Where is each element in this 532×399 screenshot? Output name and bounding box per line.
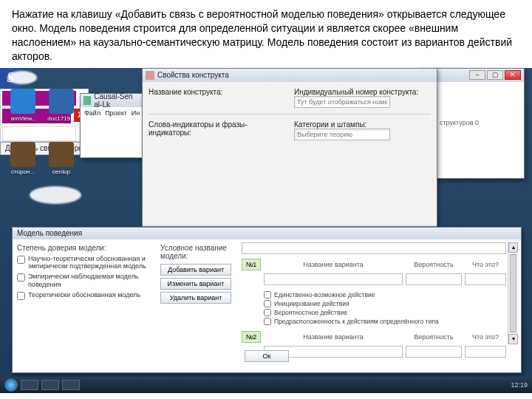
tray-clock: 12:19: [511, 381, 528, 389]
col-header-what: Что это?: [465, 261, 506, 268]
close-icon[interactable]: ✕: [505, 70, 521, 80]
side-panel-note: структуров 0: [435, 82, 524, 126]
variant-number: №1: [242, 259, 261, 270]
col-header-prob: Вероятность: [406, 261, 462, 268]
scroll-thumb[interactable]: [510, 254, 516, 332]
side-panel: −▢✕ структуров 0: [434, 68, 525, 179]
label-construct-id: Индивидуальный номер конструкта:: [294, 88, 431, 96]
trust-check-2[interactable]: Эмпирически наблюдаемая модель поведения: [17, 273, 156, 289]
minimize-icon[interactable]: −: [469, 70, 485, 80]
theory-select-field[interactable]: [294, 129, 390, 140]
menu-project[interactable]: Проект: [105, 109, 127, 117]
construct-properties-window: Свойства конструкта Название конструкта:…: [142, 68, 437, 227]
color-palette: X: [0, 89, 89, 142]
start-button[interactable]: [4, 378, 18, 392]
variant-what-input[interactable]: [465, 346, 506, 358]
editor-window: Causal-Sen al-Lk Файл Проект Ин: [80, 93, 146, 158]
trust-level-panel: Степень доверия модели: Научно-теоретиче…: [13, 239, 160, 347]
action-type-group: Единственно-возможное действие Иницииров…: [264, 290, 506, 327]
maximize-icon[interactable]: ▢: [487, 70, 503, 80]
construct-id-field[interactable]: [294, 96, 390, 108]
color-swatch[interactable]: [2, 126, 76, 141]
taskbar: 12:19: [0, 377, 532, 393]
scroll-up-icon[interactable]: ▴: [508, 242, 518, 253]
behavior-model-window: Модель поведения Степень доверия модели:…: [12, 227, 522, 373]
action-type-check[interactable]: Инициирование действия: [264, 300, 506, 307]
color-swatch[interactable]: [2, 109, 71, 123]
instruction-paragraph: Нажатие на клавишу «Добавить связь с вер…: [0, 0, 532, 68]
color-swatch[interactable]: [2, 91, 76, 106]
scroll-down-icon[interactable]: ▾: [508, 334, 518, 344]
variant-number: №2: [242, 331, 261, 343]
variant-prob-input[interactable]: [406, 273, 462, 285]
action-type-check[interactable]: Предрасположенность к действиям определё…: [264, 318, 506, 325]
desktop-area: amView.. doc1719... сторон... cerdop −▢✕…: [0, 68, 532, 393]
col-header-name: Название варианта: [264, 261, 403, 268]
variants-list: №1 Название варианта Вероятность Что это…: [242, 242, 506, 344]
variants-scrollbar[interactable]: ▴ ▾: [508, 242, 518, 344]
action-type-check[interactable]: Вероятностное действие: [264, 309, 506, 316]
menu-file[interactable]: Файл: [84, 109, 100, 117]
trust-check-1[interactable]: Научно-теоретически обоснованная и эмпир…: [17, 255, 156, 271]
model-name-input[interactable]: [242, 242, 506, 254]
model-name-label: Условное название модели:: [160, 244, 236, 260]
label-indicators: Слова-индикаторы и фразы-индикаторы:: [149, 120, 285, 140]
props-title: Свойства конструкта: [157, 71, 229, 79]
trust-check-3[interactable]: Теоретически обоснованная модель: [17, 291, 156, 300]
edit-variant-button[interactable]: Изменить вариант: [160, 278, 231, 290]
label-construct-name: Название конструкта:: [149, 88, 285, 108]
trust-level-label: Степень доверия модели:: [17, 244, 156, 252]
action-type-check[interactable]: Единственно-возможное действие: [264, 291, 506, 299]
delete-variant-button[interactable]: Удалить вариант: [160, 292, 231, 304]
menu-in[interactable]: Ин: [132, 109, 140, 117]
variant-name-input[interactable]: [264, 273, 403, 285]
variant-buttons-panel: Условное название модели: Добавить вариа…: [160, 239, 236, 347]
editor-title: Causal-Sen al-Lk: [94, 92, 143, 109]
variant-prob-input[interactable]: [406, 346, 462, 358]
model-ok-button[interactable]: Ок: [245, 350, 289, 362]
label-categories: Категории и штампы:: [294, 120, 431, 129]
add-variant-button[interactable]: Добавить вариант: [160, 264, 231, 276]
taskbar-item[interactable]: [41, 380, 59, 390]
variant-what-input[interactable]: [465, 273, 506, 285]
taskbar-item[interactable]: [62, 380, 80, 390]
taskbar-item[interactable]: [21, 380, 38, 390]
model-title: Модель поведения: [17, 229, 82, 237]
